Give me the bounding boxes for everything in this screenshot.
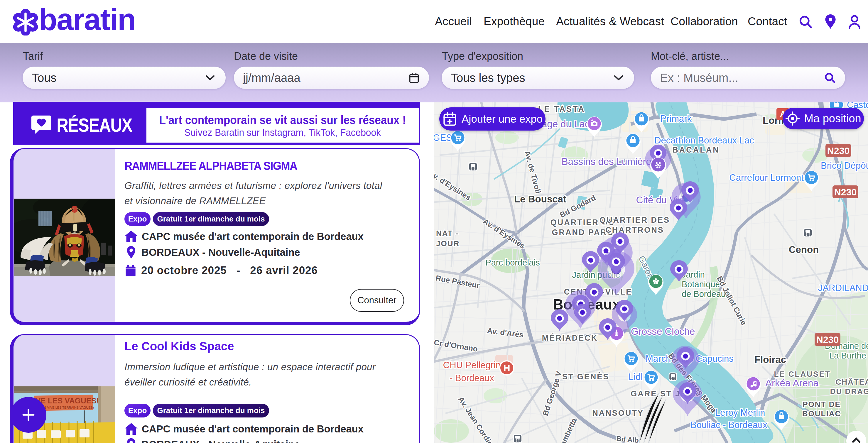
svg-text:La Burthe: La Burthe (829, 351, 866, 360)
svg-text:MÉRIADECK: MÉRIADECK (542, 333, 598, 342)
svg-text:NANSOUTY: NANSOUTY (592, 409, 644, 417)
svg-text:GES: GES (434, 133, 452, 143)
svg-text:N230: N230 (816, 335, 839, 345)
svg-text:BACALAN: BACALAN (672, 146, 719, 154)
svg-text:ST GENÈS: ST GENÈS (562, 372, 610, 381)
svg-text:Decathlon Bordeaux Lac: Decathlon Bordeaux Lac (654, 135, 754, 146)
svg-text:Bouliac - Bordeaux: Bouliac - Bordeaux (690, 420, 767, 430)
svg-text:QUARTIER DES: QUARTIER DES (599, 216, 670, 224)
svg-text:PONT DE: PONT DE (803, 400, 841, 409)
svg-text:Carrefour Lormont: Carrefour Lormont (729, 172, 804, 183)
svg-text:CHARTRONS: CHARTRONS (606, 226, 664, 234)
svg-text:Floirac: Floirac (754, 354, 786, 365)
svg-text:LE TASTA: LE TASTA (538, 105, 585, 114)
svg-text:Botanique: Botanique (682, 280, 720, 289)
svg-text:NAT -: NAT - (436, 229, 459, 238)
svg-text:- Bordeaux: - Bordeaux (450, 373, 494, 383)
svg-text:N230: N230 (834, 187, 857, 197)
svg-text:GRAND PARC: GRAND PARC (552, 228, 614, 237)
svg-text:JOUR: JOUR (436, 239, 460, 248)
svg-text:BOULIAC: BOULIAC (802, 409, 841, 418)
svg-text:Arkéa Arena: Arkéa Arena (765, 378, 819, 388)
svg-text:CHU Pellegrin: CHU Pellegrin (443, 360, 501, 370)
svg-text:CHÂTEAU: CHÂTEAU (835, 378, 868, 386)
svg-text:N230: N230 (827, 146, 850, 156)
svg-text:Grosse Cloche: Grosse Cloche (631, 326, 695, 337)
svg-text:LE CLAUSET: LE CLAUSET (774, 370, 831, 378)
svg-text:Brico Dépôt: Brico Dépôt (821, 160, 868, 171)
svg-text:JARDILAND: JARDILAND (818, 283, 868, 293)
svg-text:lage du Lac: lage du Lac (540, 119, 590, 129)
svg-text:Bassins des Lumières: Bassins des Lumières (562, 156, 656, 167)
svg-text:Primark: Primark (660, 114, 692, 124)
svg-text:Le Bouscat: Le Bouscat (514, 194, 566, 204)
svg-text:Cenon: Cenon (789, 244, 819, 255)
svg-text:Lidl: Lidl (628, 372, 643, 382)
svg-text:Parc bordelais: Parc bordelais (485, 258, 540, 267)
svg-text:Leroy Merlin: Leroy Merlin (715, 408, 765, 418)
svg-text:DU DRAGON: DU DRAGON (830, 387, 868, 396)
